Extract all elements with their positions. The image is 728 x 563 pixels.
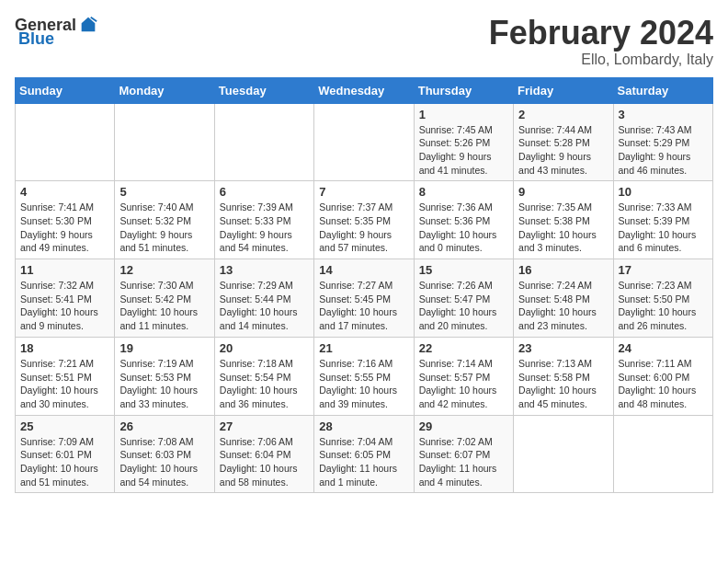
day-info: Sunrise: 7:08 AM Sunset: 6:03 PM Dayligh… xyxy=(119,435,209,489)
day-number: 16 xyxy=(518,263,608,277)
day-info: Sunrise: 7:39 AM Sunset: 5:33 PM Dayligh… xyxy=(220,201,309,255)
day-number: 25 xyxy=(20,419,109,433)
day-number: 14 xyxy=(319,263,408,277)
calendar-cell: 11Sunrise: 7:32 AM Sunset: 5:41 PM Dayli… xyxy=(16,259,115,338)
calendar-cell: 4Sunrise: 7:41 AM Sunset: 5:30 PM Daylig… xyxy=(16,181,115,259)
calendar-cell: 23Sunrise: 7:13 AM Sunset: 5:58 PM Dayli… xyxy=(514,337,613,415)
day-number: 24 xyxy=(619,341,708,355)
calendar-week-row: 25Sunrise: 7:09 AM Sunset: 6:01 PM Dayli… xyxy=(16,415,713,493)
calendar-cell: 10Sunrise: 7:33 AM Sunset: 5:39 PM Dayli… xyxy=(613,181,712,259)
day-number: 7 xyxy=(319,185,408,199)
calendar-week-row: 18Sunrise: 7:21 AM Sunset: 5:51 PM Dayli… xyxy=(16,337,713,415)
day-info: Sunrise: 7:44 AM Sunset: 5:28 PM Dayligh… xyxy=(518,123,608,178)
day-header-thursday: Thursday xyxy=(414,77,513,103)
day-number: 19 xyxy=(119,341,209,355)
day-info: Sunrise: 7:24 AM Sunset: 5:48 PM Dayligh… xyxy=(518,279,608,333)
day-info: Sunrise: 7:06 AM Sunset: 6:04 PM Dayligh… xyxy=(220,435,309,489)
day-number: 23 xyxy=(518,341,608,355)
calendar-cell: 14Sunrise: 7:27 AM Sunset: 5:45 PM Dayli… xyxy=(314,259,414,338)
day-number: 4 xyxy=(20,185,109,199)
calendar-week-row: 11Sunrise: 7:32 AM Sunset: 5:41 PM Dayli… xyxy=(16,259,713,338)
calendar-cell: 29Sunrise: 7:02 AM Sunset: 6:07 PM Dayli… xyxy=(414,415,513,493)
calendar-cell: 17Sunrise: 7:23 AM Sunset: 5:50 PM Dayli… xyxy=(613,259,712,338)
day-number: 2 xyxy=(518,108,608,121)
calendar-cell: 3Sunrise: 7:43 AM Sunset: 5:29 PM Daylig… xyxy=(613,103,712,181)
calendar-cell: 12Sunrise: 7:30 AM Sunset: 5:42 PM Dayli… xyxy=(115,259,214,338)
day-header-monday: Monday xyxy=(115,77,214,103)
day-number: 28 xyxy=(319,419,408,433)
page-header: General Blue February 2024 Ello, Lombard… xyxy=(15,15,713,68)
calendar-cell xyxy=(16,103,115,181)
calendar-cell xyxy=(214,103,313,181)
day-number: 15 xyxy=(419,263,508,277)
day-info: Sunrise: 7:23 AM Sunset: 5:50 PM Dayligh… xyxy=(619,279,708,333)
calendar-cell: 13Sunrise: 7:29 AM Sunset: 5:44 PM Dayli… xyxy=(214,259,313,338)
day-info: Sunrise: 7:41 AM Sunset: 5:30 PM Dayligh… xyxy=(20,201,109,255)
calendar-cell xyxy=(115,103,214,181)
calendar-cell: 9Sunrise: 7:35 AM Sunset: 5:38 PM Daylig… xyxy=(514,181,613,259)
calendar-cell: 7Sunrise: 7:37 AM Sunset: 5:35 PM Daylig… xyxy=(314,181,414,259)
calendar-cell: 15Sunrise: 7:26 AM Sunset: 5:47 PM Dayli… xyxy=(414,259,513,338)
day-info: Sunrise: 7:14 AM Sunset: 5:57 PM Dayligh… xyxy=(419,357,508,411)
day-header-tuesday: Tuesday xyxy=(214,77,313,103)
calendar-cell xyxy=(314,103,414,181)
logo: General Blue xyxy=(15,15,98,49)
day-info: Sunrise: 7:21 AM Sunset: 5:51 PM Dayligh… xyxy=(20,357,109,411)
calendar-cell xyxy=(514,415,613,493)
calendar-cell: 27Sunrise: 7:06 AM Sunset: 6:04 PM Dayli… xyxy=(214,415,313,493)
day-info: Sunrise: 7:40 AM Sunset: 5:32 PM Dayligh… xyxy=(119,201,209,255)
day-info: Sunrise: 7:09 AM Sunset: 6:01 PM Dayligh… xyxy=(20,435,109,489)
day-info: Sunrise: 7:18 AM Sunset: 5:54 PM Dayligh… xyxy=(220,357,309,411)
day-number: 22 xyxy=(419,341,508,355)
day-info: Sunrise: 7:45 AM Sunset: 5:26 PM Dayligh… xyxy=(419,123,508,178)
calendar-cell: 5Sunrise: 7:40 AM Sunset: 5:32 PM Daylig… xyxy=(115,181,214,259)
day-number: 9 xyxy=(518,185,608,199)
day-number: 10 xyxy=(619,185,708,199)
calendar-cell: 28Sunrise: 7:04 AM Sunset: 6:05 PM Dayli… xyxy=(314,415,414,493)
day-info: Sunrise: 7:29 AM Sunset: 5:44 PM Dayligh… xyxy=(220,279,309,333)
day-number: 27 xyxy=(220,419,309,433)
calendar-week-row: 1Sunrise: 7:45 AM Sunset: 5:26 PM Daylig… xyxy=(16,103,713,181)
calendar-cell: 26Sunrise: 7:08 AM Sunset: 6:03 PM Dayli… xyxy=(115,415,214,493)
calendar-cell: 19Sunrise: 7:19 AM Sunset: 5:53 PM Dayli… xyxy=(115,337,214,415)
day-info: Sunrise: 7:04 AM Sunset: 6:05 PM Dayligh… xyxy=(319,435,408,489)
location-title: Ello, Lombardy, Italy xyxy=(489,52,713,68)
day-number: 20 xyxy=(220,341,309,355)
day-info: Sunrise: 7:30 AM Sunset: 5:42 PM Dayligh… xyxy=(119,279,209,333)
calendar-cell: 16Sunrise: 7:24 AM Sunset: 5:48 PM Dayli… xyxy=(514,259,613,338)
day-info: Sunrise: 7:33 AM Sunset: 5:39 PM Dayligh… xyxy=(619,201,708,255)
day-info: Sunrise: 7:43 AM Sunset: 5:29 PM Dayligh… xyxy=(619,123,708,178)
day-header-wednesday: Wednesday xyxy=(314,77,414,103)
calendar-cell: 18Sunrise: 7:21 AM Sunset: 5:51 PM Dayli… xyxy=(16,337,115,415)
day-header-sunday: Sunday xyxy=(16,77,115,103)
day-header-saturday: Saturday xyxy=(613,77,712,103)
calendar-cell: 24Sunrise: 7:11 AM Sunset: 6:00 PM Dayli… xyxy=(613,337,712,415)
calendar-cell: 20Sunrise: 7:18 AM Sunset: 5:54 PM Dayli… xyxy=(214,337,313,415)
day-number: 1 xyxy=(419,108,508,121)
day-number: 8 xyxy=(419,185,508,199)
day-number: 3 xyxy=(619,108,708,121)
month-title: February 2024 xyxy=(489,15,713,52)
day-number: 12 xyxy=(119,263,209,277)
calendar-table: SundayMondayTuesdayWednesdayThursdayFrid… xyxy=(15,77,713,494)
day-number: 26 xyxy=(119,419,209,433)
day-info: Sunrise: 7:19 AM Sunset: 5:53 PM Dayligh… xyxy=(119,357,209,411)
day-number: 18 xyxy=(20,341,109,355)
day-info: Sunrise: 7:27 AM Sunset: 5:45 PM Dayligh… xyxy=(319,279,408,333)
day-info: Sunrise: 7:26 AM Sunset: 5:47 PM Dayligh… xyxy=(419,279,508,333)
day-number: 29 xyxy=(419,419,508,433)
calendar-cell: 22Sunrise: 7:14 AM Sunset: 5:57 PM Dayli… xyxy=(414,337,513,415)
day-number: 6 xyxy=(220,185,309,199)
day-number: 11 xyxy=(20,263,109,277)
calendar-cell: 2Sunrise: 7:44 AM Sunset: 5:28 PM Daylig… xyxy=(514,103,613,181)
day-info: Sunrise: 7:32 AM Sunset: 5:41 PM Dayligh… xyxy=(20,279,109,333)
title-section: February 2024 Ello, Lombardy, Italy xyxy=(489,15,713,68)
calendar-cell xyxy=(613,415,712,493)
calendar-header-row: SundayMondayTuesdayWednesdayThursdayFrid… xyxy=(16,77,713,103)
day-info: Sunrise: 7:36 AM Sunset: 5:36 PM Dayligh… xyxy=(419,201,508,255)
logo-blue-text: Blue xyxy=(18,29,54,49)
calendar-cell: 6Sunrise: 7:39 AM Sunset: 5:33 PM Daylig… xyxy=(214,181,313,259)
calendar-week-row: 4Sunrise: 7:41 AM Sunset: 5:30 PM Daylig… xyxy=(16,181,713,259)
day-number: 17 xyxy=(619,263,708,277)
calendar-cell: 25Sunrise: 7:09 AM Sunset: 6:01 PM Dayli… xyxy=(16,415,115,493)
